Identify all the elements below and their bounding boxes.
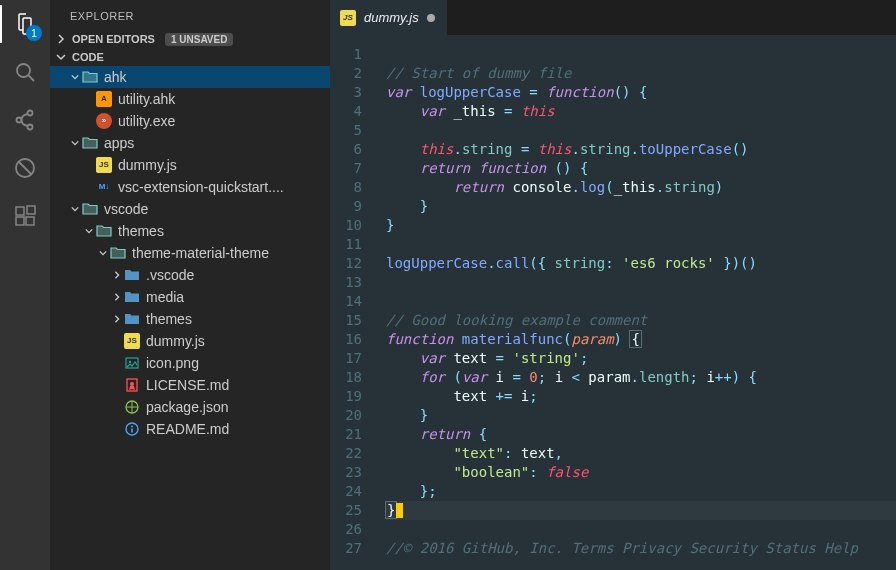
tree-item-label: .vscode [146,264,194,286]
file-row[interactable]: icon.png [50,352,330,374]
text-cursor [396,503,403,518]
unsaved-badge: 1 unsaved [165,33,234,46]
tree-item-label: dummy.js [118,154,177,176]
file-tree[interactable]: ahkAutility.ahk»utility.exeappsJSdummy.j… [50,66,330,570]
chevron-down-icon [54,50,68,64]
folder-row[interactable]: apps [50,132,330,154]
folder-open-icon [110,245,126,261]
file-row[interactable]: JSdummy.js [50,154,330,176]
folder-open-icon [82,69,98,85]
activity-bar: 1 [0,0,50,570]
folder-open-icon [82,201,98,217]
folder-icon [124,289,140,305]
svg-point-0 [17,64,30,77]
file-row[interactable]: Autility.ahk [50,88,330,110]
tree-item-label: utility.exe [118,110,175,132]
svg-point-12 [129,361,131,363]
open-editors-section[interactable]: Open Editors 1 unsaved [50,30,330,48]
svg-point-16 [131,426,133,428]
lic-file-icon [124,377,140,393]
line-number-gutter: 1234567891011121314151617181920212223242… [330,35,378,570]
svg-line-1 [28,75,34,81]
svg-rect-7 [16,207,24,215]
svg-rect-10 [27,206,35,214]
tab-filename: dummy.js [364,10,419,25]
tab-bar: JS dummy.js [330,0,896,35]
editor: JS dummy.js 1234567891011121314151617181… [330,0,896,570]
tree-item-label: README.md [146,418,229,440]
file-row[interactable]: README.md [50,418,330,440]
svg-point-4 [28,125,33,130]
tree-item-label: apps [104,132,134,154]
debug-activity-icon[interactable] [11,154,39,182]
explorer-badge: 1 [26,25,42,41]
tree-item-label: media [146,286,184,308]
file-row[interactable]: LICENSE.md [50,374,330,396]
explorer-activity-icon[interactable]: 1 [11,10,39,38]
tree-item-label: vscode [104,198,148,220]
svg-point-14 [130,382,134,386]
dirty-indicator-icon [427,14,435,22]
ahk-file-icon: A [96,91,112,107]
readme-file-icon [124,421,140,437]
folder-row[interactable]: themes [50,308,330,330]
chevron-down-icon [68,205,82,213]
exe-file-icon: » [96,113,112,129]
chevron-right-icon [110,293,124,301]
workspace-label: Code [72,51,104,63]
tree-item-label: package.json [146,396,229,418]
json-file-icon [124,399,140,415]
folder-row[interactable]: ahk [50,66,330,88]
scm-activity-icon[interactable] [11,106,39,134]
js-file-icon: JS [124,333,140,349]
folder-open-icon [96,223,112,239]
js-file-icon: JS [96,157,112,173]
file-row[interactable]: JSdummy.js [50,330,330,352]
folder-row[interactable]: .vscode [50,264,330,286]
svg-rect-9 [26,217,34,225]
file-row[interactable]: M↓vsc-extension-quickstart.... [50,176,330,198]
tree-item-label: ahk [104,66,127,88]
tree-item-label: LICENSE.md [146,374,229,396]
chevron-down-icon [68,73,82,81]
tree-item-label: themes [118,220,164,242]
svg-rect-8 [16,217,24,225]
chevron-right-icon [110,315,124,323]
svg-line-6 [19,162,31,174]
chevron-right-icon [110,271,124,279]
explorer-sidebar: Explorer Open Editors 1 unsaved Code ahk… [50,0,330,570]
png-file-icon [124,355,140,371]
folder-open-icon [82,135,98,151]
tree-item-label: utility.ahk [118,88,175,110]
file-row[interactable]: »utility.exe [50,110,330,132]
svg-point-2 [28,111,33,116]
chevron-down-icon [68,139,82,147]
chevron-down-icon [82,227,96,235]
extensions-activity-icon[interactable] [11,202,39,230]
open-editors-label: Open Editors [72,33,155,45]
js-file-icon: JS [340,10,356,26]
svg-rect-17 [131,429,133,433]
folder-row[interactable]: theme-material-theme [50,242,330,264]
search-activity-icon[interactable] [11,58,39,86]
tree-item-label: themes [146,308,192,330]
tree-item-label: vsc-extension-quickstart.... [118,176,284,198]
folder-row[interactable]: vscode [50,198,330,220]
sidebar-title: Explorer [50,0,330,30]
folder-row[interactable]: themes [50,220,330,242]
code-area[interactable]: 1234567891011121314151617181920212223242… [330,35,896,570]
tree-item-label: theme-material-theme [132,242,269,264]
md-file-icon: M↓ [96,179,112,195]
folder-icon [124,267,140,283]
tree-item-label: icon.png [146,352,199,374]
tree-item-label: dummy.js [146,330,205,352]
folder-icon [124,311,140,327]
editor-tab[interactable]: JS dummy.js [330,0,448,35]
chevron-right-icon [54,32,68,46]
workspace-section[interactable]: Code [50,48,330,66]
file-row[interactable]: package.json [50,396,330,418]
folder-row[interactable]: media [50,286,330,308]
chevron-down-icon [96,249,110,257]
code-content[interactable]: // Start of dummy filevar logUpperCase =… [378,35,896,570]
